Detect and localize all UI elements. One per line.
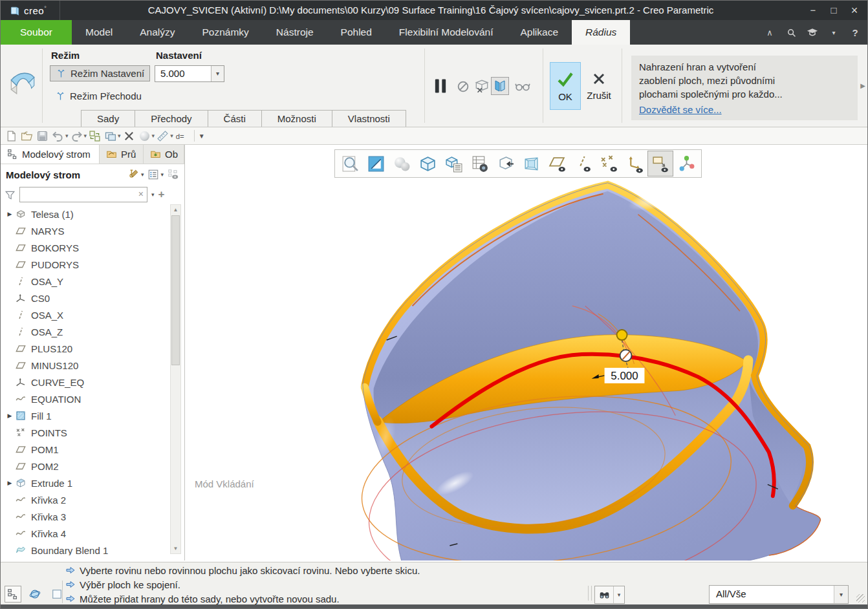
tab-favorites[interactable]: Ob: [144, 145, 184, 164]
saved-orientations-button[interactable]: [415, 151, 440, 176]
tab-folder-browser[interactable]: Prů: [100, 145, 144, 164]
dropdown-icon[interactable]: ▾: [141, 171, 144, 178]
menu-tab[interactable]: Rádius: [572, 20, 630, 45]
clear-search-icon[interactable]: ×: [138, 189, 144, 199]
dropdown-icon[interactable]: ▾: [170, 133, 173, 139]
find-binoculars-icon[interactable]: [595, 586, 613, 603]
window-activate-button[interactable]: [492, 151, 518, 176]
graphics-viewport[interactable]: 5.000: [185, 145, 867, 561]
ok-button[interactable]: OK: [550, 62, 581, 110]
menu-tab[interactable]: Aplikace: [506, 20, 572, 45]
tree-tools-icon[interactable]: [128, 169, 140, 180]
spin-center-button[interactable]: [673, 151, 699, 176]
tree-item[interactable]: POINTS: [1, 424, 169, 441]
tree-item[interactable]: ▶ Fill 1: [1, 407, 169, 424]
tree-display-icon[interactable]: [168, 169, 179, 180]
menu-tab[interactable]: Soubor: [1, 20, 72, 45]
command-search-icon[interactable]: [785, 27, 797, 38]
dropdown-icon[interactable]: ▾: [160, 171, 164, 178]
expander-icon[interactable]: ▶: [5, 412, 15, 419]
dropdown-icon[interactable]: ▾: [152, 133, 155, 139]
tree-item[interactable]: Křivka 4: [1, 525, 169, 542]
expander-icon[interactable]: ▶: [5, 480, 15, 486]
csys-display-button[interactable]: [622, 151, 647, 176]
more-options-icon[interactable]: ▾: [828, 27, 840, 38]
display-style-button[interactable]: [389, 151, 415, 176]
verify-glasses-button[interactable]: [512, 77, 534, 95]
tree-item[interactable]: Křivka 2: [1, 491, 169, 508]
tree-item[interactable]: Boundary Blend 1: [1, 542, 169, 555]
maximize-button[interactable]: □: [823, 1, 844, 20]
dropdown-icon[interactable]: ▾: [151, 191, 155, 198]
pause-button[interactable]: [430, 76, 451, 96]
find-tool[interactable]: ▾: [594, 586, 625, 604]
resize-grip[interactable]: [856, 594, 865, 603]
dropdown-icon[interactable]: ▾: [65, 133, 69, 139]
tree-item[interactable]: CS0: [1, 290, 169, 306]
tree-item[interactable]: NARYS: [1, 222, 169, 239]
menu-tab[interactable]: Model: [72, 20, 126, 45]
dashboard-subtab[interactable]: Možnosti: [261, 110, 332, 127]
appearance-button[interactable]: ▾: [138, 129, 155, 143]
tree-filters-icon[interactable]: [147, 169, 159, 180]
tree-item[interactable]: OSA_X: [1, 306, 169, 323]
tree-item[interactable]: EQUATION: [1, 390, 169, 407]
view-manager-button[interactable]: [440, 151, 466, 176]
help-icon[interactable]: ?: [849, 27, 861, 38]
radius-value[interactable]: 5.000: [155, 66, 211, 81]
axis-display-button[interactable]: [570, 151, 596, 176]
zoom-region-button[interactable]: [363, 151, 389, 176]
learning-center-icon[interactable]: [807, 27, 818, 38]
tree-item[interactable]: MINUS120: [1, 357, 169, 374]
dimension-display-button[interactable]: [175, 129, 189, 143]
tree-item[interactable]: ▶ Telesa (1): [1, 206, 169, 222]
dashboard-subtab[interactable]: Sady: [81, 110, 135, 127]
open-file-button[interactable]: [20, 129, 34, 143]
dashboard-subtab[interactable]: Přechody: [135, 110, 208, 127]
mode-settings-button[interactable]: Režim Nastavení: [50, 65, 150, 81]
menu-tab[interactable]: Pohled: [327, 20, 385, 45]
tree-item[interactable]: OSA_Z: [1, 323, 169, 340]
filter-funnel-icon[interactable]: [5, 189, 16, 200]
scroll-up-icon[interactable]: ▲: [171, 205, 180, 215]
collapse-ribbon-icon[interactable]: ∧: [764, 27, 776, 38]
navigator-toggle-button[interactable]: [5, 586, 21, 603]
tree-item[interactable]: POM2: [1, 458, 169, 475]
regenerate-button[interactable]: [88, 129, 102, 143]
scrollbar-thumb[interactable]: [171, 215, 180, 365]
close-button[interactable]: ×: [844, 1, 865, 20]
screen-capture-button[interactable]: [466, 151, 492, 176]
undo-button[interactable]: ▾: [51, 129, 69, 143]
tree-item[interactable]: PUDORYS: [1, 256, 169, 273]
attached-preview-button[interactable]: [491, 77, 509, 95]
wireframe-preview-button[interactable]: [473, 77, 491, 95]
cancel-button[interactable]: Zrušit: [582, 62, 616, 110]
add-filter-icon[interactable]: +: [158, 188, 165, 201]
minimize-button[interactable]: −: [803, 1, 823, 20]
plane-display-button[interactable]: [544, 151, 570, 176]
learn-more-link[interactable]: Dozvědět se více...: [639, 103, 722, 116]
menu-tab[interactable]: Nástroje: [263, 20, 327, 45]
tree-item[interactable]: POM1: [1, 441, 169, 458]
tree-scrollbar[interactable]: ▲ ▼: [170, 204, 181, 554]
no-preview-button[interactable]: [455, 78, 472, 95]
annotation-display-button[interactable]: [647, 151, 673, 176]
mode-transition-button[interactable]: Režim Přechodu: [50, 89, 147, 103]
browser-toggle-button[interactable]: [27, 586, 43, 603]
measure-button[interactable]: ▾: [156, 129, 173, 143]
tree-item[interactable]: ▶ Extrude 1: [1, 475, 169, 491]
menu-tab[interactable]: Flexibilní Modelování: [385, 20, 507, 45]
selection-filter-combo[interactable]: All/Vše ▾: [709, 585, 849, 604]
new-file-button[interactable]: [5, 129, 19, 143]
dashboard-subtab[interactable]: Části: [208, 110, 262, 127]
selection-filter-value[interactable]: All/Vše: [710, 586, 834, 603]
ribbon-expand-icon[interactable]: ▶: [860, 82, 865, 89]
radius-dropdown-icon[interactable]: ▾: [211, 66, 224, 81]
menu-tab[interactable]: Poznámky: [188, 20, 262, 45]
toolbar-overflow-icon[interactable]: ▼: [199, 133, 205, 140]
save-button[interactable]: [36, 129, 50, 143]
zoom-fit-button[interactable]: [337, 151, 363, 176]
tree-item[interactable]: PLUS120: [1, 340, 169, 357]
dashboard-subtab[interactable]: Vlastnosti: [332, 110, 406, 127]
windows-button[interactable]: ▾: [103, 129, 121, 143]
